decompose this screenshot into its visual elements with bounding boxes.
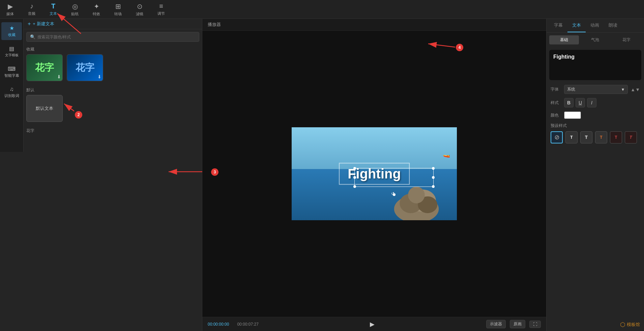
- waveform-button[interactable]: 示波器: [486, 320, 506, 328]
- handle-tl[interactable]: [353, 167, 356, 170]
- font-adjust-icon: ▲▼: [631, 87, 640, 92]
- play-button[interactable]: ▶: [370, 321, 375, 328]
- cards-row: 花字 ⬇ 花字 ⬇: [24, 54, 202, 85]
- toolbar-filter[interactable]: ⊙ 滤镜: [133, 2, 146, 16]
- transition-icon: ⊞: [115, 2, 121, 10]
- font-row: 字体 系统 ▼ ▲▼: [547, 83, 644, 96]
- font-label: 字体: [551, 87, 561, 92]
- section-huazi-label: 花字: [24, 126, 202, 136]
- preset-none[interactable]: ⊘: [551, 131, 563, 143]
- card-huazi-1[interactable]: 花字 ⬇: [26, 54, 63, 81]
- search-icon: 🔍: [30, 34, 35, 39]
- toolbar-media[interactable]: ▶ 媒体: [3, 2, 17, 16]
- download-icon-1: ⬇: [57, 74, 61, 79]
- italic-button[interactable]: I: [587, 98, 596, 107]
- expand-button[interactable]: ⛶: [529, 321, 541, 328]
- toolbar-transition[interactable]: ⊞ 转场: [111, 2, 125, 16]
- preview-text: Fighting: [553, 54, 575, 60]
- adjust-icon: ≡: [159, 2, 163, 10]
- toolbar-sticker[interactable]: ◎ 贴纸: [68, 2, 82, 16]
- style-label: 样式: [551, 100, 561, 106]
- handle-bl[interactable]: [353, 185, 356, 188]
- sidebar-collect[interactable]: ★ 收藏: [1, 22, 22, 40]
- media-icon: ▶: [8, 2, 13, 10]
- preset-bold[interactable]: T: [625, 131, 637, 143]
- text-template-icon: ▤: [9, 45, 14, 52]
- right-panel: 字幕 文本 动画 朗读 基础 气泡 花字 Fighting 字体 系统 ▼ ▲▼…: [546, 19, 644, 331]
- sidebar-recognize-lyrics[interactable]: ♫ 识别歌词: [1, 84, 22, 101]
- left-top: ★ 收藏 ▤ 文字模板 ⌨ 智能字幕 ♫ 识别歌词: [0, 19, 202, 152]
- text-icon: T: [51, 2, 55, 10]
- watermark-text: 模板馆: [627, 322, 640, 328]
- watermark-icon: ⬡: [620, 321, 625, 328]
- top-toolbar: ▶ 媒体 ♪ 音频 T 文本 ◎ 贴纸 ✦ 特效 ⊞ 转场 ⊙ 滤镜 ≡ 调节: [0, 0, 644, 19]
- toolbar-text[interactable]: T 文本: [47, 2, 60, 16]
- handle-ml[interactable]: [353, 176, 356, 179]
- video-bg: 🚤 Fighting: [292, 127, 457, 220]
- svg-point-4: [408, 187, 425, 204]
- recognize-icon: ♫: [10, 86, 14, 92]
- main-layout: ★ 收藏 ▤ 文字模板 ⌨ 智能字幕 ♫ 识别歌词: [0, 19, 644, 331]
- handle-rotate[interactable]: [393, 193, 396, 196]
- style-row: 样式 B U I: [547, 96, 644, 109]
- tab-text[interactable]: 文本: [567, 19, 586, 32]
- boat: 🚤: [443, 151, 450, 158]
- center-panel: 播放器: [202, 19, 546, 331]
- preset-glow[interactable]: T: [610, 131, 622, 143]
- underline-button[interactable]: U: [576, 98, 585, 107]
- audio-icon: ♪: [30, 2, 33, 10]
- right-tabs: 字幕 文本 动画 朗读: [547, 19, 644, 33]
- player-area: 🚤 Fighting: [202, 31, 546, 317]
- sub-tab-huazi[interactable]: 花字: [612, 35, 641, 44]
- sticker-icon: ◎: [72, 2, 78, 10]
- toolbar-adjust[interactable]: ≡ 调节: [154, 2, 168, 16]
- tab-caption[interactable]: 字幕: [549, 19, 567, 32]
- sidebar: ★ 收藏 ▤ 文字模板 ⌨ 智能字幕 ♫ 识别歌词: [0, 19, 24, 152]
- preset-styles: ⊘ T T T T T: [547, 130, 644, 145]
- smart-caption-icon: ⌨: [8, 66, 16, 72]
- watermark: ⬡ 模板馆: [620, 321, 640, 328]
- sub-tab-bubble[interactable]: 气泡: [580, 35, 610, 44]
- bold-button[interactable]: B: [564, 98, 574, 107]
- effects-icon: ✦: [94, 2, 99, 10]
- handle-br[interactable]: [432, 185, 435, 188]
- tab-narration[interactable]: 朗读: [604, 19, 622, 32]
- search-input[interactable]: [37, 35, 196, 39]
- color-swatch[interactable]: [564, 111, 581, 119]
- player-controls: 00:00:00:00 00:00:07:27 ▶ 示波器 原画 ⛶: [202, 317, 546, 331]
- sidebar-smart-caption[interactable]: ⌨ 智能字幕: [1, 63, 22, 81]
- right-sub-tabs: 基础 气泡 花字: [547, 33, 644, 47]
- toolbar-audio[interactable]: ♪ 音频: [25, 2, 38, 16]
- search-bar: 🔍: [26, 32, 199, 42]
- collect-icon: ★: [9, 25, 14, 31]
- preset-outline[interactable]: T: [580, 131, 592, 143]
- chevron-down-icon: ▼: [621, 87, 625, 92]
- new-text-button[interactable]: + + 新建文本: [24, 19, 202, 29]
- color-label: 颜色: [551, 112, 561, 118]
- original-button[interactable]: 原画: [510, 320, 525, 328]
- time-total: 00:00:07:27: [237, 322, 258, 327]
- tab-animation[interactable]: 动画: [586, 19, 604, 32]
- default-text-card[interactable]: 默认文本: [26, 95, 63, 122]
- download-icon-2: ⬇: [97, 74, 101, 79]
- handle-mr[interactable]: [432, 176, 435, 179]
- card-huazi-2[interactable]: 花字 ⬇: [67, 54, 103, 81]
- style-buttons: B U I: [564, 98, 596, 107]
- preset-fill[interactable]: T: [565, 131, 578, 143]
- video-frame: 🚤 Fighting: [292, 127, 457, 220]
- preset-shadow[interactable]: T: [595, 131, 607, 143]
- section-collect-label: 收藏: [24, 44, 202, 54]
- font-select[interactable]: 系统 ▼: [564, 85, 628, 94]
- plus-icon: +: [28, 21, 31, 27]
- left-panel: ★ 收藏 ▤ 文字模板 ⌨ 智能字幕 ♫ 识别歌词: [0, 19, 202, 331]
- preset-label: 预设样式: [547, 121, 644, 130]
- content-panel: + + 新建文本 🔍 收藏 花字 ⬇ 花字 ⬇: [24, 19, 202, 152]
- player-header: 播放器: [202, 19, 546, 31]
- text-preview-area: Fighting: [549, 50, 641, 80]
- toolbar-effects[interactable]: ✦ 特效: [90, 2, 103, 16]
- color-row: 颜色: [547, 109, 644, 121]
- sub-tab-basic[interactable]: 基础: [549, 35, 579, 44]
- sidebar-text-template[interactable]: ▤ 文字模板: [1, 43, 22, 60]
- filter-icon: ⊙: [137, 2, 143, 10]
- section-default-label: 默认: [24, 85, 202, 95]
